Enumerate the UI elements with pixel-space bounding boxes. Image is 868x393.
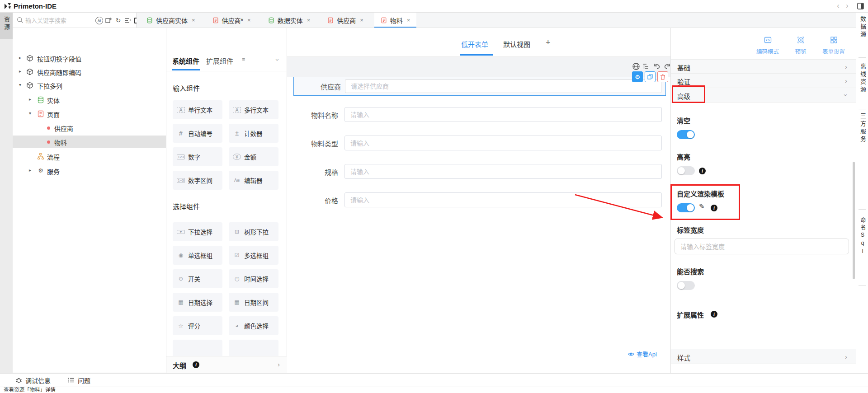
tab-supplier-entity[interactable]: 供应商实体× [140, 13, 202, 28]
component-checkbox-group[interactable]: ☑多选框组 [229, 246, 278, 265]
component-radio-group[interactable]: ◉单选框组 [173, 246, 222, 265]
new-model-icon[interactable] [105, 17, 113, 24]
component-single-line-text[interactable]: A单行文本 [173, 100, 222, 119]
info-icon[interactable]: i [193, 361, 199, 368]
info-icon[interactable]: i [699, 168, 706, 174]
outline-tree-icon[interactable] [642, 62, 651, 70]
code-mode-button[interactable]: 编码模式 [751, 36, 784, 56]
clear-toggle[interactable] [677, 130, 695, 139]
tree-item-dropdown-multicolumn[interactable]: ▾ 下拉多列 [13, 79, 166, 92]
tree-item-supplier-random-code[interactable]: ▸ 供应商随即编码 [13, 66, 166, 78]
component-switch[interactable]: ⊙开关 [173, 269, 222, 288]
specification-input[interactable] [344, 164, 662, 179]
section-style[interactable]: 样式 › [671, 349, 856, 364]
tree-item-entity[interactable]: ▸ 实体 [13, 94, 166, 106]
tab-data-entity[interactable]: 数据实体× [262, 13, 317, 28]
close-icon[interactable]: × [247, 17, 251, 23]
tree-item-button-switch-field[interactable]: ▸ 按钮切换字段值 [13, 52, 166, 65]
undo-icon[interactable] [653, 62, 661, 70]
ai-assist-icon[interactable]: AI [95, 17, 103, 24]
section-advanced[interactable]: 高级› [671, 88, 856, 103]
globe-i18n-icon[interactable] [632, 62, 640, 70]
tree-item-page[interactable]: ▾ 页面 [13, 108, 166, 120]
tree-item-material-page[interactable]: 物料 [13, 136, 166, 148]
debug-info-button[interactable]: 调试信息 [15, 376, 51, 385]
component-date-picker[interactable]: ▦日期选择 [173, 293, 222, 312]
strip-tab-offline-resources[interactable]: 离线资源 [859, 63, 866, 94]
panel-layout-icon[interactable] [857, 3, 864, 9]
field-delete-button[interactable] [657, 71, 668, 82]
close-icon[interactable]: × [307, 17, 311, 23]
field-copy-button[interactable] [645, 71, 656, 82]
preview-button[interactable]: 预览 [784, 36, 817, 56]
collapse-panel-icon[interactable]: › [274, 59, 282, 61]
close-icon[interactable]: × [407, 17, 410, 23]
chevron-right-icon[interactable]: ▸ [29, 97, 31, 102]
price-input[interactable] [344, 192, 662, 207]
highlight-toggle[interactable] [677, 166, 695, 175]
component-multi-line-text[interactable]: A多行文本 [229, 100, 278, 119]
component-number[interactable]: 123数字 [173, 147, 222, 166]
component-date-range[interactable]: ▦日期区间 [229, 293, 278, 312]
component-counter[interactable]: ±计数器 [229, 124, 278, 143]
collapse-all-icon[interactable] [124, 17, 132, 24]
tree-item-service[interactable]: ▸ ⚙ 服务 [13, 164, 166, 177]
component-editor[interactable]: A≡编辑器 [229, 171, 278, 190]
resources-strip-tab[interactable]: 资源 [0, 13, 13, 39]
nav-forward-icon[interactable]: › [844, 2, 851, 10]
component-amount[interactable]: ¥金额 [229, 147, 278, 166]
chevron-right-icon[interactable]: › [278, 360, 280, 368]
component-time-picker[interactable]: ◷时间选择 [229, 269, 278, 288]
searchable-toggle[interactable] [677, 281, 695, 290]
strip-tab-thirdparty-services[interactable]: 三方服务 [859, 113, 866, 144]
panel-scrollbar[interactable] [853, 162, 855, 279]
strip-tab-named-sql[interactable]: 命名Sql [859, 217, 866, 256]
info-icon[interactable]: i [711, 311, 717, 318]
component-auto-number[interactable]: #自动编号 [173, 124, 222, 143]
edit-pencil-icon[interactable]: ✎ [699, 202, 705, 211]
component-rating[interactable]: ☆评分 [173, 316, 222, 335]
component-partial[interactable] [173, 340, 222, 356]
chevron-down-icon[interactable]: ▾ [29, 111, 31, 116]
view-tab-default-view[interactable]: 默认视图 [503, 39, 530, 49]
view-tab-lowcode-form[interactable]: 低开表单 [461, 39, 488, 49]
chevron-right-icon[interactable]: ▸ [19, 55, 21, 60]
material-type-input[interactable] [344, 136, 662, 150]
menu-icon[interactable]: ≡ [242, 56, 245, 63]
component-partial[interactable] [229, 340, 278, 356]
custom-render-template-toggle[interactable] [677, 203, 695, 212]
section-validation[interactable]: 验证› [671, 74, 856, 88]
problems-button[interactable]: 问题 [68, 376, 90, 385]
view-api-link[interactable]: 查看Api [628, 350, 657, 358]
outline-footer[interactable]: 大纲 i › [166, 356, 287, 373]
chevron-right-icon[interactable]: ▸ [29, 168, 31, 173]
tab-system-components[interactable]: 系统组件 [172, 56, 199, 66]
tab-supplier[interactable]: 供应商× [321, 13, 370, 28]
tree-item-process[interactable]: 流程 [13, 150, 166, 163]
form-field-supplier-selected[interactable]: 供应商 [293, 77, 666, 96]
tab-supplier-modified[interactable]: 供应商*× [206, 13, 257, 28]
field-settings-button[interactable]: ⚙ [632, 71, 643, 82]
component-color-picker[interactable]: ◕颜色选择 [229, 316, 278, 335]
nav-back-icon[interactable]: ‹ [835, 2, 842, 10]
tab-material[interactable]: 物料× [374, 13, 417, 28]
component-dropdown-select[interactable]: ▼下拉选择 [173, 222, 222, 241]
tree-item-supplier-page[interactable]: 供应商 [13, 122, 166, 134]
close-icon[interactable]: × [192, 17, 195, 23]
chevron-right-icon[interactable]: ▸ [19, 69, 21, 74]
strip-tab-datasource[interactable]: 数据源 [859, 16, 866, 39]
refresh-icon[interactable]: ↻ [114, 17, 122, 24]
info-icon[interactable]: i [711, 205, 717, 211]
search-input[interactable] [25, 15, 84, 25]
supplier-select-input[interactable] [345, 80, 661, 93]
tab-extension-components[interactable]: 扩展组件 [206, 56, 233, 66]
material-name-input[interactable] [344, 107, 662, 122]
component-number-range[interactable]: 1~3数字区间 [173, 171, 222, 190]
add-view-button[interactable]: + [546, 38, 551, 47]
section-basic[interactable]: 基础› [671, 59, 856, 74]
chevron-down-icon[interactable]: ▾ [19, 82, 21, 87]
form-settings-button[interactable]: 表单设置 [817, 36, 850, 56]
label-width-input[interactable] [675, 239, 849, 254]
close-icon[interactable]: × [360, 17, 363, 23]
component-tree-dropdown[interactable]: ⊞树形下拉 [229, 222, 278, 241]
